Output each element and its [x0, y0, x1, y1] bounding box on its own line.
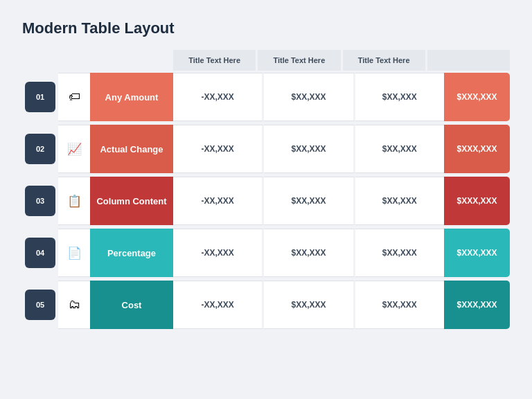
row-col3: $XX,XXX [355, 177, 444, 225]
table-row: 02 📈 Actual Change -XX,XXX $XX,XXX $XX,X… [22, 125, 510, 173]
row-number-badge: 02 [25, 134, 55, 164]
row-badge-col: 03 [22, 186, 58, 216]
row-col1: -XX,XXX [173, 229, 264, 277]
row-icon: 🏷 [58, 73, 90, 121]
row-badge-col: 04 [22, 238, 58, 268]
row-col1: -XX,XXX [173, 281, 264, 329]
row-data-cols: -XX,XXX $XX,XXX $XX,XXX [173, 281, 444, 329]
header-col-end [427, 50, 510, 71]
row-number-badge: 04 [25, 238, 55, 268]
row-col2: $XX,XXX [264, 229, 355, 277]
row-label: Column Content [90, 177, 173, 225]
row-label: Percentage [90, 229, 173, 277]
row-number-badge: 01 [25, 82, 55, 112]
row-col3: $XX,XXX [355, 125, 444, 173]
row-icon: 🗂 [58, 281, 90, 329]
header-col2: Title Text Here [258, 50, 342, 71]
row-summary: $XXX,XXX [444, 281, 510, 329]
row-col1: -XX,XXX [173, 73, 264, 121]
row-col3: $XX,XXX [355, 73, 444, 121]
table-header: Title Text Here Title Text Here Title Te… [22, 50, 510, 71]
table-row: 01 🏷 Any Amount -XX,XXX $XX,XXX $XX,XXX … [22, 73, 510, 121]
row-number-badge: 05 [25, 290, 55, 320]
row-label: Any Amount [90, 73, 173, 121]
row-data-cols: -XX,XXX $XX,XXX $XX,XXX [173, 177, 444, 225]
row-data-cols: -XX,XXX $XX,XXX $XX,XXX [173, 125, 444, 173]
row-col1: -XX,XXX [173, 125, 264, 173]
row-badge-col: 05 [22, 290, 58, 320]
row-label: Actual Change [90, 125, 173, 173]
row-summary: $XXX,XXX [444, 177, 510, 225]
row-icon: 📋 [58, 177, 90, 225]
header-col1: Title Text Here [173, 50, 258, 71]
row-col2: $XX,XXX [264, 177, 355, 225]
row-summary: $XXX,XXX [444, 229, 510, 277]
row-col2: $XX,XXX [264, 281, 355, 329]
row-data-cols: -XX,XXX $XX,XXX $XX,XXX [173, 73, 444, 121]
row-col3: $XX,XXX [355, 229, 444, 277]
header-col3: Title Text Here [343, 50, 427, 71]
row-icon: 📈 [58, 125, 90, 173]
row-col2: $XX,XXX [264, 73, 355, 121]
table-row: 05 🗂 Cost -XX,XXX $XX,XXX $XX,XXX $XXX,X… [22, 281, 510, 329]
row-col2: $XX,XXX [264, 125, 355, 173]
row-col3: $XX,XXX [355, 281, 444, 329]
row-badge-col: 02 [22, 134, 58, 164]
table-row: 04 📄 Percentage -XX,XXX $XX,XXX $XX,XXX … [22, 229, 510, 277]
page-container: Modern Table Layout Title Text Here Titl… [0, 0, 532, 399]
table-row: 03 📋 Column Content -XX,XXX $XX,XXX $XX,… [22, 177, 510, 225]
row-number-badge: 03 [25, 186, 55, 216]
row-data-cols: -XX,XXX $XX,XXX $XX,XXX [173, 229, 444, 277]
table-body: 01 🏷 Any Amount -XX,XXX $XX,XXX $XX,XXX … [22, 73, 510, 329]
page-title: Modern Table Layout [22, 19, 510, 37]
row-label: Cost [90, 281, 173, 329]
row-summary: $XXX,XXX [444, 73, 510, 121]
row-summary: $XXX,XXX [444, 125, 510, 173]
row-badge-col: 01 [22, 82, 58, 112]
row-icon: 📄 [58, 229, 90, 277]
row-col1: -XX,XXX [173, 177, 264, 225]
